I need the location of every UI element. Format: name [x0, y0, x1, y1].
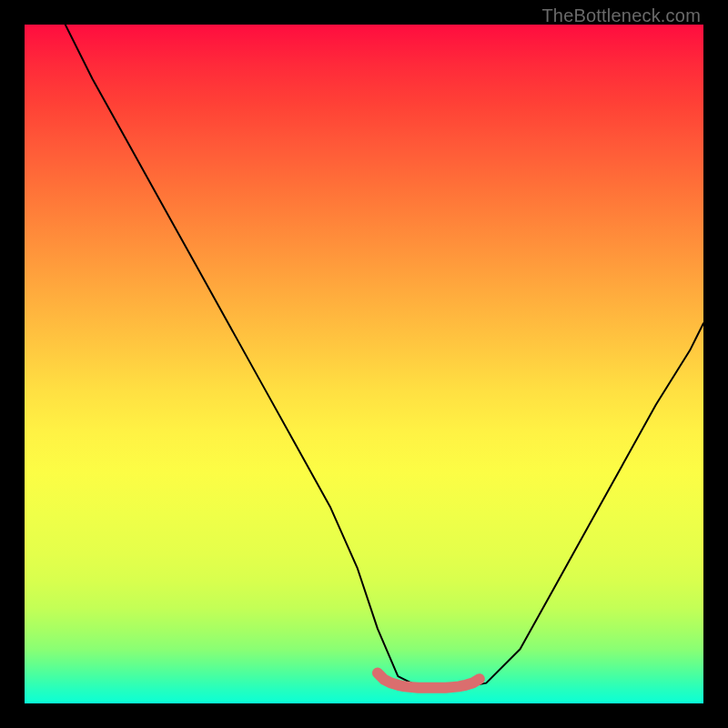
- curve-layer: [25, 25, 703, 703]
- chart-frame: TheBottleneck.com: [0, 0, 728, 728]
- watermark-text: TheBottleneck.com: [541, 5, 701, 26]
- black-curve: [66, 25, 703, 688]
- pink-highlight: [378, 672, 480, 687]
- plot-area: [25, 25, 703, 703]
